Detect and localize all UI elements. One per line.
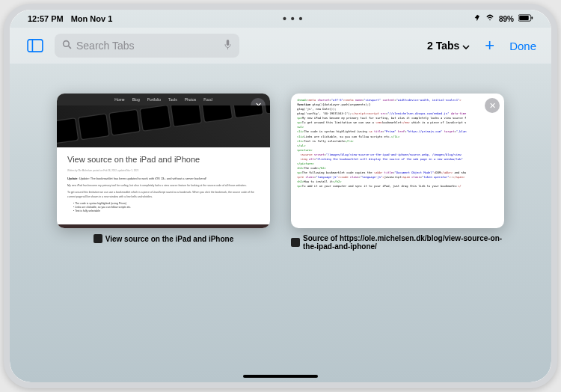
svg-rect-3 [28,40,43,52]
blog-para: To get around this limitation we can use… [67,191,260,199]
blog-bullets: The code is syntax highlighted (using Pr… [73,202,260,214]
blog-para: My new iPad has become my primary tool f… [67,184,260,188]
toolbar: Search Tabs 2 Tabs + Done [10,28,551,64]
blog-footer [57,224,270,229]
home-indicator[interactable] [243,375,318,378]
tab-thumbnail[interactable]: ✕ <head><meta charset="utf-8"><meta name… [291,94,504,228]
status-time: 12:57 PM [28,14,64,23]
svg-rect-1 [519,16,529,20]
microphone-icon[interactable] [224,40,232,52]
search-placeholder: Search Tabs [76,40,219,52]
blog-nav: Home Blog Portfolio Tools Photos Food [57,94,270,105]
multitask-dots[interactable]: • • • [283,13,303,25]
svg-line-6 [69,46,71,49]
tab-card: ✕ Home Blog Portfolio Tools Photos Food [57,94,270,251]
blog-hero-image [57,105,270,147]
tab-label: Source of https://ole.michelsen.dk/blog/… [291,234,504,251]
sidebar-toggle-button[interactable] [25,35,46,56]
done-button[interactable]: Done [509,40,536,52]
tab-group-selector[interactable]: 2 Tabs [427,40,470,52]
svg-point-5 [64,41,70,47]
battery-icon [518,14,533,23]
screen: 12:57 PM Mon Nov 1 • • • 89% [10,10,551,382]
source-code: <head><meta charset="utf-8"><meta name="… [291,94,504,193]
search-input[interactable]: Search Tabs [55,34,239,58]
blog-update: Update: Update: The bookmarklet has been… [67,177,260,181]
new-tab-button[interactable]: + [479,36,500,55]
blog-content: View source on the iPad and iPhone Writt… [57,147,270,220]
status-bar: 12:57 PM Mon Nov 1 • • • 89% [10,10,551,28]
blog-heading: View source on the iPad and iPhone [67,153,260,166]
tab-card: ✕ <head><meta charset="utf-8"><meta name… [291,94,504,251]
status-date: Mon Nov 1 [71,14,113,23]
search-icon [62,40,72,52]
wifi-icon [485,14,494,23]
battery-percent: 89% [499,15,514,23]
favicon [94,234,102,243]
blog-byline: Written by Ole Michelsen posted on Feb 2… [67,169,260,173]
svg-rect-2 [531,16,533,19]
chevron-down-icon [462,40,470,52]
location-icon [473,14,481,23]
tab-label: View source on the iPad and iPhone [94,234,234,243]
favicon [291,238,300,247]
tabs-grid: ✕ Home Blog Portfolio Tools Photos Food [10,64,551,281]
tab-thumbnail[interactable]: ✕ Home Blog Portfolio Tools Photos Food [57,94,270,228]
svg-rect-7 [227,40,230,46]
close-tab-button[interactable]: ✕ [485,98,500,113]
ipad-device-frame: 12:57 PM Mon Nov 1 • • • 89% [4,4,557,388]
